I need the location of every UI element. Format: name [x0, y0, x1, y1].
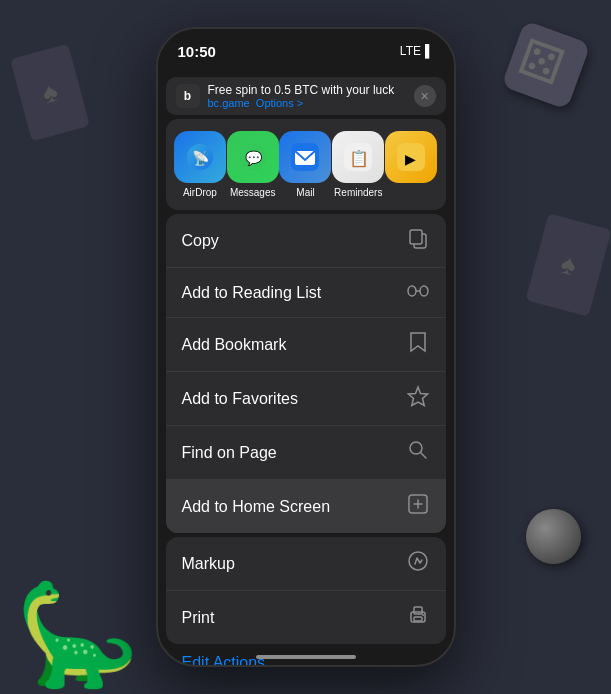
action-favorites-label: Add to Favorites — [182, 390, 299, 408]
notch — [246, 29, 366, 57]
copy-icon — [406, 227, 430, 254]
reading-list-icon — [406, 281, 430, 304]
svg-rect-24 — [414, 617, 422, 621]
action-bookmark-label: Add Bookmark — [182, 336, 287, 354]
card-right-decoration: ♠ — [525, 213, 611, 317]
website-options-link[interactable]: Options — [256, 97, 294, 109]
find-icon — [406, 439, 430, 466]
action-markup-label: Markup — [182, 555, 235, 573]
print-icon — [406, 604, 430, 631]
svg-text:💬: 💬 — [245, 150, 263, 167]
website-url: bc.game Options > — [208, 97, 406, 109]
website-domain: bc.game — [208, 97, 250, 109]
phone-frame: 10:50 LTE ▌ b Free spin to 0.5 BTC with … — [156, 27, 456, 667]
svg-text:📋: 📋 — [349, 149, 369, 168]
card-topleft-decoration: ♠ — [10, 44, 90, 142]
lte-indicator: LTE — [400, 44, 421, 58]
reminders-label: Reminders — [334, 187, 382, 198]
action-print-label: Print — [182, 609, 215, 627]
action-find-on-page[interactable]: Find on Page — [166, 426, 446, 480]
action-copy[interactable]: Copy — [166, 214, 446, 268]
mail-label: Mail — [296, 187, 314, 198]
airdrop-icon: 📡 — [174, 131, 226, 183]
favorites-icon — [406, 385, 430, 412]
action-list-primary: Copy Add to Reading List Add Bookmark — [166, 214, 446, 533]
action-list-secondary: Markup Print — [166, 537, 446, 644]
share-messages[interactable]: 💬 Messages — [227, 131, 279, 198]
more-label — [410, 187, 413, 198]
action-home-screen-label: Add to Home Screen — [182, 498, 331, 516]
website-bar[interactable]: b Free spin to 0.5 BTC with your luck bc… — [166, 77, 446, 115]
action-markup[interactable]: Markup — [166, 537, 446, 591]
share-reminders[interactable]: 📋 Reminders — [332, 131, 384, 198]
action-reading-list[interactable]: Add to Reading List — [166, 268, 446, 318]
home-indicator — [256, 655, 356, 659]
svg-text:📡: 📡 — [192, 150, 210, 167]
svg-point-25 — [422, 614, 424, 616]
action-bookmark[interactable]: Add Bookmark — [166, 318, 446, 372]
share-airdrop[interactable]: 📡 AirDrop — [174, 131, 226, 198]
svg-point-12 — [408, 286, 416, 296]
website-favicon: b — [176, 84, 200, 108]
mail-app-icon — [279, 131, 331, 183]
action-add-home-screen[interactable]: Add to Home Screen — [166, 480, 446, 533]
website-info: Free spin to 0.5 BTC with your luck bc.g… — [208, 83, 406, 109]
action-reading-list-label: Add to Reading List — [182, 284, 322, 302]
home-screen-icon — [406, 493, 430, 520]
bookmark-icon — [406, 331, 430, 358]
share-more[interactable]: ▶ — [385, 131, 437, 198]
share-apps-row: 📡 AirDrop 💬 Messages Mail — [166, 119, 446, 210]
svg-text:▶: ▶ — [405, 151, 416, 167]
messages-label: Messages — [230, 187, 276, 198]
status-icons: LTE ▌ — [400, 44, 434, 58]
markup-icon — [406, 550, 430, 577]
website-close-button[interactable]: × — [414, 85, 436, 107]
status-bar: 10:50 LTE ▌ — [158, 29, 454, 73]
svg-rect-11 — [410, 230, 422, 244]
svg-marker-15 — [408, 387, 427, 406]
action-copy-label: Copy — [182, 232, 219, 250]
messages-icon: 💬 — [227, 131, 279, 183]
ball-decoration — [526, 509, 581, 564]
dice-decoration — [501, 20, 591, 110]
reminders-icon: 📋 — [332, 131, 384, 183]
dragon-decoration: 🦕 — [15, 584, 140, 684]
svg-line-17 — [420, 453, 426, 459]
battery-icon: ▌ — [425, 44, 434, 58]
website-title: Free spin to 0.5 BTC with your luck — [208, 83, 406, 97]
svg-point-13 — [420, 286, 428, 296]
action-print[interactable]: Print — [166, 591, 446, 644]
action-find-label: Find on Page — [182, 444, 277, 462]
status-time: 10:50 — [178, 43, 216, 60]
action-favorites[interactable]: Add to Favorites — [166, 372, 446, 426]
more-icon: ▶ — [385, 131, 437, 183]
share-mail[interactable]: Mail — [279, 131, 331, 198]
airdrop-label: AirDrop — [183, 187, 217, 198]
svg-rect-23 — [414, 607, 422, 614]
